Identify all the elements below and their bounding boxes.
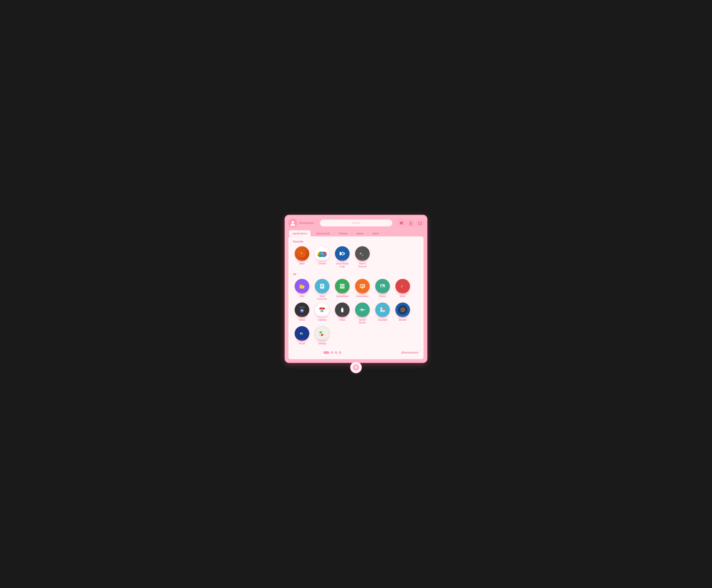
power-button[interactable] <box>416 219 424 227</box>
username: Hemashushu <box>299 222 314 225</box>
svg-text:♪: ♪ <box>401 284 403 289</box>
dot-2[interactable] <box>331 351 333 354</box>
page-indicators: @hemashushu <box>293 350 419 355</box>
svg-point-64 <box>341 308 344 311</box>
svg-rect-21 <box>300 285 304 289</box>
svg-rect-3 <box>400 223 402 223</box>
vscode-label: Visual StudioCode <box>336 262 349 268</box>
files-label: Files <box>300 295 304 298</box>
tab-music[interactable]: Music <box>353 230 367 236</box>
wordprocessor-label: WordProcessor <box>317 295 327 301</box>
kicad-icon-wrapper: Ki <box>295 326 309 341</box>
svg-rect-36 <box>360 285 362 287</box>
app-wordprocessor[interactable]: WordProcessor <box>313 279 331 301</box>
svg-point-51 <box>303 307 304 308</box>
svg-point-50 <box>302 307 303 308</box>
tab-documents[interactable]: Documents <box>313 230 333 236</box>
svg-point-49 <box>301 307 302 308</box>
tab-divider-1: | <box>310 231 313 235</box>
dot-4[interactable] <box>339 351 341 354</box>
search-input[interactable] <box>320 219 393 227</box>
calendar-label: Calendar <box>318 319 327 321</box>
settings-shadow <box>317 339 327 341</box>
dot-3[interactable] <box>335 351 337 354</box>
favorite-label: Favorite <box>293 240 419 243</box>
systemmonitor-icon <box>358 305 367 314</box>
presentation-icon <box>358 281 367 291</box>
svg-rect-29 <box>340 284 344 289</box>
photos-label: Photos <box>379 295 386 298</box>
lock-icon <box>409 221 412 225</box>
app-terminal[interactable]: >_ XiaoYuTerminal <box>353 246 371 268</box>
terminal-shadow <box>357 260 368 262</box>
user-section: Hemashushu <box>288 218 314 227</box>
spreadsheet-shadow <box>337 293 347 294</box>
svg-point-94 <box>355 366 356 366</box>
videos-icon <box>297 305 306 314</box>
app-presentation[interactable]: Presentation <box>353 279 371 301</box>
all-apps-grid: Files WordP <box>293 279 419 345</box>
header-controls <box>398 219 424 227</box>
videos-icon-wrapper <box>295 302 309 317</box>
svg-point-48 <box>300 307 300 308</box>
app-chess[interactable]: Chess <box>333 302 351 324</box>
toggle-button[interactable] <box>398 219 405 227</box>
tab-photos[interactable]: Photos <box>336 230 351 236</box>
app-vscode[interactable]: Visual StudioCode <box>333 246 351 268</box>
bash-icon-wrapper <box>295 246 309 261</box>
watermark: @hemashushu <box>401 351 418 354</box>
avatar[interactable] <box>288 218 297 227</box>
svg-point-9 <box>300 252 304 255</box>
tab-divider-3: | <box>351 231 353 235</box>
nav-tabs: Applications | Documents | Photos | Musi… <box>288 230 424 236</box>
chess-icon-wrapper <box>335 302 350 317</box>
app-kicad[interactable]: Ki KiCad <box>293 326 311 345</box>
app-bash[interactable]: Bash <box>293 246 311 268</box>
app-blender[interactable]: Blender <box>393 302 412 324</box>
chrome-shadow <box>317 260 327 262</box>
app-spreadsheet[interactable]: Spreadsheet <box>333 279 351 301</box>
wordprocessor-icon <box>318 281 327 291</box>
app-calendar[interactable]: 25 Calendar <box>313 302 331 324</box>
tab-applications[interactable]: Applications <box>289 230 310 236</box>
calculator-icon: + − ÷ = <box>378 305 387 314</box>
svg-point-16 <box>321 252 323 255</box>
bash-shadow <box>297 260 307 262</box>
presentation-label: Presentation <box>356 295 368 298</box>
dock-icon <box>353 364 359 371</box>
wordprocessor-shadow <box>317 293 327 294</box>
app-music[interactable]: ♪ Music <box>393 279 412 301</box>
app-videos[interactable]: Videos <box>293 302 311 324</box>
dots <box>323 351 341 354</box>
dock-button[interactable] <box>350 361 362 373</box>
calculator-icon-wrapper: + − ÷ = <box>375 302 390 317</box>
window: Hemashushu <box>285 215 427 363</box>
photos-icon-wrapper <box>375 279 390 294</box>
app-photos[interactable]: Photos <box>373 279 392 301</box>
bash-icon <box>298 249 306 258</box>
svg-point-6 <box>410 223 411 224</box>
spreadsheet-label: Spreadsheet <box>336 295 348 298</box>
bash-label: Bash <box>299 262 304 265</box>
favorite-apps-grid: Bash <box>293 246 419 268</box>
svg-rect-2 <box>400 222 404 223</box>
app-chrome[interactable]: Chrome <box>313 246 331 268</box>
search-bar <box>320 219 393 227</box>
svg-point-86 <box>318 329 327 338</box>
svg-rect-59 <box>321 307 321 308</box>
app-systemmonitor[interactable]: SystemMonitor <box>353 302 371 324</box>
terminal-label: XiaoYuTerminal <box>358 262 367 268</box>
dot-1[interactable] <box>323 351 329 354</box>
kicad-shadow <box>297 340 307 342</box>
app-files[interactable]: Files <box>293 279 311 301</box>
chrome-label: Chrome <box>318 262 326 265</box>
lock-button[interactable] <box>407 219 414 227</box>
spreadsheet-icon <box>338 281 347 291</box>
presentation-shadow <box>357 293 368 294</box>
app-calculator[interactable]: + − ÷ = Calculator <box>373 302 392 324</box>
svg-point-90 <box>320 334 321 336</box>
presentation-icon-wrapper <box>355 279 370 294</box>
svg-text:−: − <box>383 307 384 310</box>
app-settings[interactable]: Settings <box>313 326 331 345</box>
tab-desk[interactable]: Desk <box>369 230 382 236</box>
